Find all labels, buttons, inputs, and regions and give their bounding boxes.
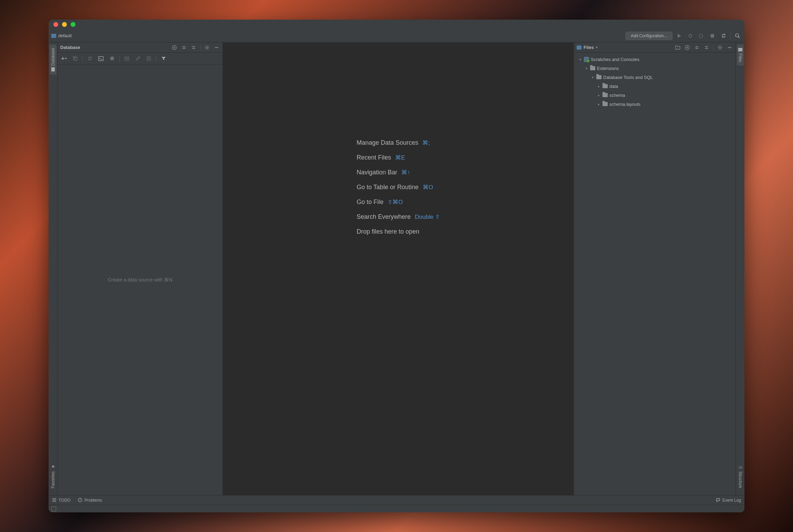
empty-state-text: Create a data source with ⌘N [108, 277, 173, 283]
folder-icon [603, 93, 608, 97]
files-header-icon [577, 45, 581, 50]
run-icon[interactable] [675, 32, 683, 40]
query-console-icon[interactable] [97, 55, 105, 62]
breadcrumb[interactable]: default [51, 33, 72, 38]
hint-manage-data-sources[interactable]: Manage Data Sources ⌘; [357, 139, 440, 146]
chevron-right-icon[interactable]: ▸ [597, 93, 601, 97]
table-icon[interactable] [123, 55, 131, 62]
tree-node-schema-layouts[interactable]: ▸ schema.layouts [576, 100, 733, 109]
debug-icon[interactable] [686, 32, 694, 40]
favorites-label: Favorites [51, 471, 55, 488]
header-separator [200, 45, 200, 50]
svg-rect-7 [74, 58, 77, 60]
expand-all-icon[interactable] [181, 44, 187, 51]
svg-point-13 [687, 47, 688, 48]
files-panel-header: Files ▼ [574, 42, 735, 53]
expand-all-icon[interactable] [694, 44, 700, 51]
chevron-right-icon[interactable]: ▸ [597, 102, 601, 106]
chevron-down-icon[interactable]: ▾ [590, 75, 595, 79]
files-rail-tab[interactable]: Files [737, 44, 744, 65]
tree-node-scratches[interactable]: ▾ Scratches and Consoles [576, 55, 733, 64]
target-icon[interactable] [684, 44, 690, 51]
files-panel-title[interactable]: Files [584, 45, 594, 50]
coverage-run-icon[interactable] [697, 32, 706, 40]
edit-icon[interactable] [134, 55, 142, 62]
tree-label: schema [609, 93, 625, 98]
left-tool-rail: Database Favorites ★ [49, 42, 58, 495]
add-configuration-button[interactable]: Add Configuration... [626, 32, 672, 40]
hint-go-to-table[interactable]: Go to Table or Routine ⌘O [357, 184, 440, 191]
structure-rail-tab[interactable]: ⠿ Structure [737, 462, 744, 492]
hide-panel-icon[interactable] [214, 44, 220, 51]
status-indicator-icon[interactable] [51, 507, 56, 511]
chevron-down-icon[interactable]: ▼ [595, 46, 598, 49]
tree-node-db-tools[interactable]: ▾ Database Tools and SQL [576, 73, 733, 82]
database-panel-title: Database [60, 45, 80, 50]
tree-label: Scratches and Consoles [591, 57, 639, 62]
event-log-button[interactable]: Event Log [716, 498, 741, 503]
chevron-down-icon[interactable]: ▾ [578, 58, 582, 61]
tree-node-extensions[interactable]: ▾ Extensions [576, 64, 733, 73]
files-tree[interactable]: ▾ Scratches and Consoles ▾ Extensions ▾ … [574, 53, 735, 495]
search-icon[interactable] [733, 32, 742, 40]
gear-icon[interactable] [204, 44, 210, 51]
files-tab-icon [738, 48, 742, 51]
gear-icon[interactable] [717, 44, 723, 51]
right-rail-bottom: ⠿ Structure [737, 462, 744, 492]
files-header-actions [674, 44, 733, 51]
hide-panel-icon[interactable] [727, 44, 733, 51]
window-zoom-button[interactable] [71, 22, 75, 27]
scratches-icon [584, 57, 589, 62]
hint-navigation-bar[interactable]: Navigation Bar ⌘↑ [357, 169, 440, 176]
collapse-all-icon[interactable] [703, 44, 710, 51]
chevron-right-icon[interactable]: ▸ [597, 84, 601, 88]
add-data-source-icon[interactable]: + [60, 55, 68, 62]
hint-label: Go to File [357, 198, 383, 206]
star-icon: ★ [50, 464, 55, 469]
hint-shortcut: ⌘↑ [401, 169, 410, 176]
open-folder-icon[interactable] [674, 44, 681, 51]
welcome-hints: Manage Data Sources ⌘; Recent Files ⌘E N… [357, 139, 440, 235]
main-body: Database Favorites ★ Database [49, 42, 744, 495]
bottom-strip [49, 505, 744, 512]
tree-node-data[interactable]: ▸ data [576, 82, 733, 91]
event-log-label: Event Log [722, 498, 741, 503]
database-panel-toolbar: + [58, 53, 223, 64]
folder-icon [590, 66, 595, 70]
hint-search-everywhere[interactable]: Search Everywhere Double ⇧ [357, 213, 440, 221]
target-icon[interactable] [171, 44, 177, 51]
hint-go-to-file[interactable]: Go to File ⇧⌘O [357, 198, 440, 206]
folder-icon [603, 102, 608, 106]
tree-node-schema[interactable]: ▸ schema [576, 91, 733, 100]
database-tab-label: Database [51, 48, 55, 65]
database-rail-tab[interactable]: Database [50, 44, 56, 74]
favorites-rail-tab[interactable]: Favorites ★ [49, 461, 56, 492]
refresh-icon[interactable] [86, 55, 94, 62]
database-panel: Database [58, 42, 223, 495]
collapse-all-icon[interactable] [190, 44, 197, 51]
problems-button[interactable]: Problems [78, 498, 102, 503]
jump-to-source-icon[interactable] [145, 55, 153, 62]
window-minimize-button[interactable] [62, 22, 67, 27]
window-close-button[interactable] [53, 22, 58, 27]
stop-process-icon[interactable] [108, 55, 116, 62]
todo-button[interactable]: TODO [52, 498, 70, 503]
structure-label: Structure [738, 471, 743, 488]
stop-icon[interactable] [708, 32, 717, 40]
chevron-down-icon[interactable]: ▾ [584, 66, 588, 70]
problems-label: Problems [84, 498, 102, 503]
svg-rect-1 [711, 34, 714, 38]
editor-area[interactable]: Manage Data Sources ⌘; Recent Files ⌘E N… [223, 42, 574, 495]
tree-label: Database Tools and SQL [603, 75, 653, 80]
window-titlebar[interactable] [49, 20, 744, 29]
hint-recent-files[interactable]: Recent Files ⌘E [357, 154, 440, 161]
duplicate-icon[interactable] [71, 55, 79, 62]
sync-icon[interactable] [719, 32, 728, 40]
toolbar-separator-2 [119, 55, 120, 62]
svg-rect-8 [99, 57, 103, 61]
filter-icon[interactable] [160, 55, 167, 62]
hint-shortcut: ⌘O [423, 184, 433, 191]
hint-label: Manage Data Sources [357, 139, 418, 146]
hint-shortcut: Double ⇧ [415, 213, 440, 221]
right-tool-rail: Files ⠿ Structure [735, 42, 744, 495]
